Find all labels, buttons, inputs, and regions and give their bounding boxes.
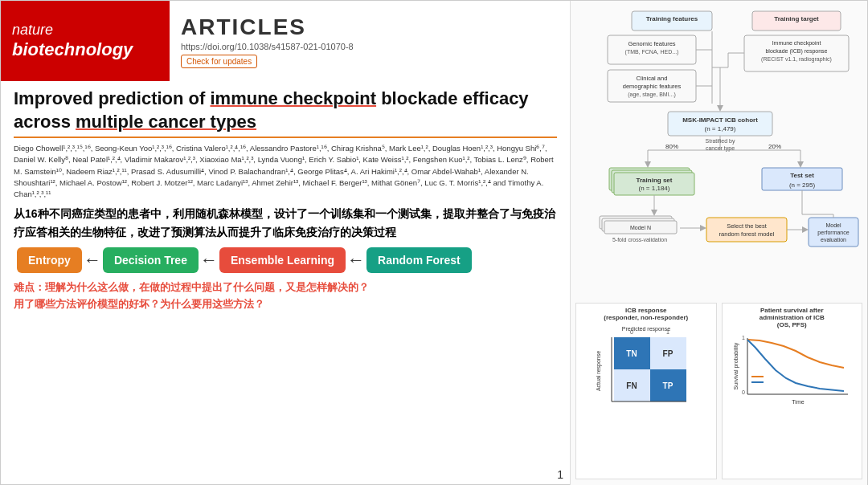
- nature-label: nature: [12, 22, 158, 39]
- svg-text:blockade (ICB) response: blockade (ICB) response: [765, 48, 827, 55]
- arrow-2: ←: [200, 250, 218, 271]
- flowchart-diagram: Training features Genomic features (TMB,…: [575, 7, 862, 300]
- svg-text:TP: TP: [662, 381, 673, 390]
- svg-text:Training target: Training target: [774, 15, 819, 22]
- svg-marker-31: [797, 161, 804, 168]
- left-panel: nature biotechnology ARTICLES https://do…: [1, 1, 570, 485]
- svg-text:demographic features: demographic features: [623, 83, 682, 90]
- decision-tree-box: Decision Tree: [103, 247, 199, 273]
- svg-text:TN: TN: [626, 349, 637, 358]
- question-line2: 用了哪些方法评价模型的好坏？为什么要用这些方法？: [14, 298, 264, 310]
- svg-text:Predicted response: Predicted response: [622, 326, 670, 332]
- svg-marker-29: [645, 161, 651, 168]
- page-number: 1: [557, 468, 563, 481]
- svg-text:(RECIST v1.1, radiographic): (RECIST v1.1, radiographic): [761, 56, 832, 63]
- svg-text:Survival probability: Survival probability: [733, 342, 739, 389]
- ensemble-box: Ensemble Learning: [219, 247, 346, 273]
- question-line1: 难点：理解为什么这么做，在做的过程中提出了什么问题，又是怎样解决的？: [14, 281, 369, 293]
- svg-text:0: 0: [630, 329, 633, 335]
- pipeline-flow: Entropy ← Decision Tree ← Ensemble Learn…: [14, 247, 557, 273]
- svg-text:random forest model: random forest model: [719, 230, 775, 238]
- svg-text:Model N: Model N: [630, 225, 651, 230]
- authors-text: Diego Chowell¹,²,³,¹⁵,¹⁶, Seong-Keun Yoo…: [14, 143, 557, 200]
- doi-text: https://doi.org/10.1038/s41587-021-01070…: [181, 42, 559, 51]
- svg-text:Genomic features: Genomic features: [628, 40, 675, 47]
- svg-text:(n = 1,184): (n = 1,184): [639, 185, 670, 192]
- check-updates-badge: Check for updates: [181, 55, 257, 68]
- right-panel: Training features Genomic features (TMB,…: [570, 1, 867, 485]
- svg-text:1: 1: [666, 329, 669, 335]
- svg-text:Clinical and: Clinical and: [637, 75, 668, 82]
- svg-text:FN: FN: [626, 381, 637, 390]
- title-highlight2: multiple cancer types: [76, 112, 256, 132]
- svg-text:Training features: Training features: [646, 15, 698, 22]
- survival-curve-title: Patient survival afteradministration of …: [760, 307, 825, 328]
- svg-text:20%: 20%: [768, 143, 781, 150]
- title-highlight1: immune checkpoint: [210, 88, 376, 108]
- svg-text:Stratified by: Stratified by: [706, 138, 735, 145]
- svg-text:FP: FP: [662, 349, 673, 358]
- article-info: ARTICLES https://doi.org/10.1038/s41587-…: [170, 1, 570, 81]
- svg-text:Time: Time: [792, 399, 805, 405]
- main-content: Improved prediction of immune checkpoint…: [1, 81, 570, 485]
- svg-text:Actual response: Actual response: [596, 351, 602, 391]
- title-part1: Improved prediction of: [14, 88, 210, 108]
- svg-text:1: 1: [742, 335, 745, 340]
- slide: nature biotechnology ARTICLES https://do…: [0, 0, 868, 485]
- svg-text:Test set: Test set: [790, 172, 814, 179]
- svg-text:performance: performance: [817, 230, 849, 236]
- svg-text:(n = 295): (n = 295): [789, 181, 816, 189]
- biotech-label: biotechnology: [12, 39, 158, 60]
- paper-title: Improved prediction of immune checkpoint…: [14, 88, 557, 138]
- svg-text:80%: 80%: [665, 143, 678, 150]
- svg-text:(n = 1,479): (n = 1,479): [705, 125, 736, 132]
- svg-text:Training set: Training set: [637, 177, 673, 184]
- random-forest-box: Random Forest: [366, 247, 472, 273]
- arrow-1: ←: [84, 250, 101, 271]
- svg-marker-54: [700, 225, 706, 231]
- svg-text:MSK-IMPACT ICB cohort: MSK-IMPACT ICB cohort: [682, 116, 758, 124]
- confusion-matrix-chart: ICB response(responder, non-responder) P…: [575, 303, 717, 479]
- flowchart-svg: Training features Genomic features (TMB,…: [575, 7, 863, 296]
- confusion-matrix-title: ICB response(responder, non-responder): [604, 307, 688, 321]
- charts-row: ICB response(responder, non-responder) P…: [575, 303, 862, 479]
- svg-text:Model: Model: [825, 222, 841, 228]
- svg-text:Select the best: Select the best: [727, 222, 768, 230]
- svg-text:evaluation: evaluation: [821, 237, 846, 243]
- journal-logo: nature biotechnology: [1, 1, 170, 81]
- chinese-question: 难点：理解为什么这么做，在做的过程中提出了什么问题，又是怎样解决的？ 用了哪些方…: [14, 279, 557, 313]
- journal-header: nature biotechnology ARTICLES https://do…: [1, 1, 570, 81]
- svg-marker-22: [717, 105, 723, 112]
- arrow-3: ←: [347, 250, 365, 271]
- svg-text:cancer type: cancer type: [706, 145, 735, 152]
- survival-svg: Time Survival probability 0 1: [731, 330, 852, 406]
- svg-text:(age, stage, BMI...): (age, stage, BMI...): [628, 92, 676, 98]
- articles-label: ARTICLES: [181, 14, 559, 40]
- svg-marker-59: [802, 226, 809, 233]
- chinese-summary: 从16种不同癌症类型的患者中，利用随机森林模型，设计了一个训练集和一个测试集，提…: [14, 205, 557, 241]
- svg-text:5-fold cross-validation: 5-fold cross-validation: [612, 237, 667, 243]
- confusion-matrix-svg: Predicted response Actual response TN FP…: [594, 323, 698, 411]
- svg-text:0: 0: [742, 389, 745, 395]
- svg-marker-45: [651, 210, 657, 216]
- svg-text:(TMB, FCNA, HED...): (TMB, FCNA, HED...): [625, 49, 679, 55]
- survival-curve-chart: Patient survival afteradministration of …: [722, 303, 863, 479]
- entropy-box: Entropy: [17, 247, 82, 273]
- svg-text:Immune checkpoint: Immune checkpoint: [772, 40, 821, 47]
- svg-rect-55: [706, 218, 787, 242]
